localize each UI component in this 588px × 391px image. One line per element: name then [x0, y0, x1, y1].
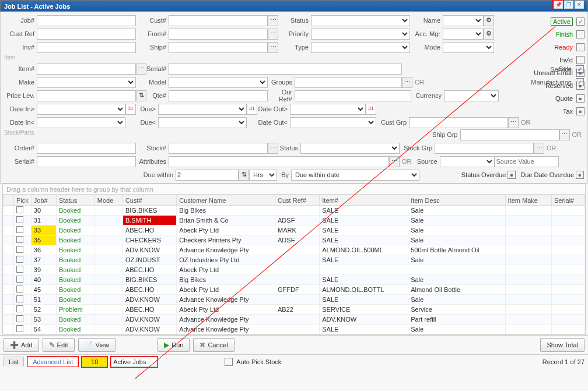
- quote-check[interactable]: [576, 94, 584, 103]
- custgrp-lookup[interactable]: ⋯: [508, 117, 519, 128]
- pick-checkbox[interactable]: [16, 206, 23, 213]
- table-row[interactable]: 39BookedABEC.HOAbeck Pty Ltd: [4, 265, 585, 275]
- active-check[interactable]: [576, 17, 584, 26]
- col-Job#[interactable]: Job#: [31, 195, 56, 206]
- ship-lookup[interactable]: ⋯: [268, 42, 278, 53]
- due-gt-cal[interactable]: 31: [247, 104, 257, 115]
- due-lt-input[interactable]: [158, 117, 247, 128]
- model-select[interactable]: [169, 77, 268, 88]
- accmgr-select[interactable]: [443, 29, 484, 40]
- pin-button[interactable]: 📌: [554, 1, 563, 9]
- stock-lookup[interactable]: ⋯: [268, 143, 278, 154]
- show-total-button[interactable]: Show Total: [540, 338, 584, 352]
- table-row[interactable]: 51BookedADV.KNOWAdvance Knowledge PtySAL…: [4, 295, 585, 305]
- pick-checkbox[interactable]: [16, 276, 23, 283]
- datein-gt-input[interactable]: [37, 104, 125, 115]
- custgrp-input[interactable]: [409, 117, 508, 128]
- pricelev-spin[interactable]: ⇅: [136, 90, 146, 101]
- col-Status[interactable]: Status: [57, 195, 95, 206]
- type-select[interactable]: [311, 42, 410, 53]
- status-select[interactable]: [311, 15, 410, 26]
- pick-checkbox[interactable]: [16, 295, 23, 302]
- pick-checkbox[interactable]: [16, 226, 23, 233]
- sourceval-input[interactable]: [495, 156, 559, 167]
- hrs-select[interactable]: Hrs: [249, 170, 277, 181]
- col-Item#[interactable]: Item#: [320, 195, 408, 206]
- shipgrp-input[interactable]: [460, 129, 559, 140]
- restore-button[interactable]: ❐: [564, 1, 573, 9]
- cancel-button[interactable]: ✖Cancel: [193, 338, 234, 352]
- custref-input[interactable]: [37, 29, 136, 40]
- table-row[interactable]: 31BookedB.SMITHBrian Smith & CoADSFSALES…: [4, 216, 585, 226]
- pick-checkbox[interactable]: [16, 266, 23, 273]
- pick-checkbox[interactable]: [16, 325, 23, 332]
- finish-check[interactable]: [576, 30, 584, 38]
- table-row[interactable]: 52ProblemABEC.HOAbeck Pty LtdAB22SERVICE…: [4, 305, 585, 315]
- dateout-lt-input[interactable]: [290, 117, 376, 128]
- pick-checkbox[interactable]: [16, 236, 23, 243]
- table-row[interactable]: 36BookedADV.KNOWAdvance Knowledge PtyALM…: [4, 245, 585, 255]
- tab-list[interactable]: List: [4, 357, 24, 367]
- stockgrp-input[interactable]: [435, 143, 534, 154]
- from-lookup[interactable]: ⋯: [268, 29, 278, 40]
- table-row[interactable]: 35BookedCHECKERSCheckers Printers PtyADS…: [4, 235, 585, 245]
- pick-checkbox[interactable]: [16, 305, 23, 312]
- col-Mode[interactable]: Mode: [94, 195, 123, 206]
- pick-checkbox[interactable]: [16, 286, 23, 293]
- currency-select[interactable]: [444, 90, 499, 101]
- list-name-input[interactable]: [111, 357, 158, 367]
- edit-button[interactable]: ✎Edit: [43, 338, 75, 352]
- attr-lookup[interactable]: ⋯: [389, 156, 400, 167]
- table-row[interactable]: 54BookedADV.KNOWAdvance Knowledge PtySAL…: [4, 325, 585, 334]
- grid-header[interactable]: PickJob#StatusModeCust#Customer NameCust…: [4, 195, 585, 206]
- pick-checkbox[interactable]: [16, 216, 23, 223]
- duedate-overdue-check[interactable]: [576, 171, 584, 179]
- pick-checkbox[interactable]: [16, 246, 23, 253]
- serial2-input[interactable]: [37, 156, 136, 167]
- mode-select[interactable]: [443, 42, 494, 53]
- make-select[interactable]: [37, 77, 136, 88]
- groups-input[interactable]: [295, 77, 402, 88]
- cust-input[interactable]: [169, 15, 268, 26]
- group-hint[interactable]: Drag a column header here to group by th…: [3, 184, 585, 195]
- qte-input[interactable]: [169, 90, 268, 101]
- run-button[interactable]: ▶Run: [158, 338, 190, 352]
- item-lookup[interactable]: ⋯: [136, 64, 146, 75]
- pricelev-input[interactable]: [37, 90, 136, 101]
- invd-check[interactable]: [576, 56, 584, 64]
- reserved-check[interactable]: [576, 82, 584, 90]
- serial-input[interactable]: [169, 64, 402, 75]
- col-Customer Name[interactable]: Customer Name: [177, 195, 275, 206]
- add-button[interactable]: ➕Add: [4, 338, 39, 352]
- inv-input[interactable]: [37, 42, 136, 53]
- tab-advanced-list[interactable]: Advanced List: [27, 357, 78, 367]
- ship-input[interactable]: [169, 42, 268, 53]
- duewithin-input[interactable]: [176, 170, 239, 181]
- table-row[interactable]: 30BookedBIG.BIKESBig BikesSALESale: [4, 206, 585, 216]
- ourref-input[interactable]: [295, 90, 411, 101]
- col-sel[interactable]: [4, 195, 14, 206]
- col-Cust Ref#[interactable]: Cust Ref#: [275, 195, 320, 206]
- duewithin-spin[interactable]: ⇅: [239, 170, 249, 181]
- unread-check[interactable]: [576, 69, 584, 77]
- name-select[interactable]: [443, 15, 484, 26]
- dateout-gt-input[interactable]: [290, 104, 366, 115]
- from-input[interactable]: [169, 29, 268, 40]
- status-overdue-check[interactable]: [508, 171, 516, 179]
- table-row[interactable]: 53BookedADV.KNOWAdvance Knowledge PtyADV…: [4, 315, 585, 325]
- stockgrp-lookup[interactable]: ⋯: [534, 143, 544, 154]
- status2-select[interactable]: [300, 143, 400, 154]
- item-input[interactable]: [37, 64, 136, 75]
- table-row[interactable]: 37BookedOZ.INDUSTOZ Industries Pty LtdSA…: [4, 255, 585, 265]
- attr-input[interactable]: [169, 156, 389, 167]
- list-count-spinner[interactable]: [82, 357, 107, 367]
- priority-select[interactable]: [311, 29, 410, 40]
- col-Cust#[interactable]: Cust#: [123, 195, 176, 206]
- table-row[interactable]: 45BookedABEC.HOAbeck Pty LtdGFFDFALMOND.…: [4, 285, 585, 295]
- job-input[interactable]: [37, 15, 136, 26]
- name-gear[interactable]: ⚙: [484, 15, 494, 26]
- col-Item Make[interactable]: Item Make: [505, 195, 551, 206]
- ready-check[interactable]: [576, 43, 584, 51]
- close-button[interactable]: ✕: [575, 1, 584, 9]
- datein-lt-input[interactable]: [37, 117, 125, 128]
